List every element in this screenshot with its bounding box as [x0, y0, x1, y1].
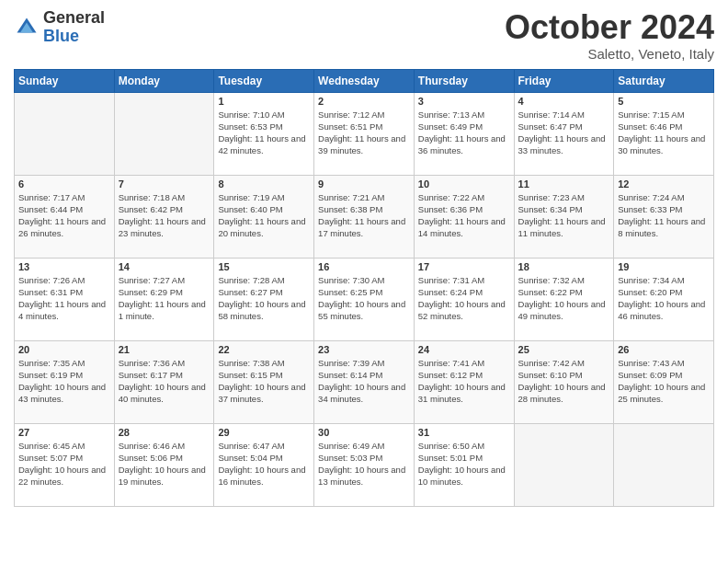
- cell-info: Sunrise: 7:43 AMSunset: 6:09 PMDaylight:…: [618, 357, 710, 406]
- cell-info: Sunrise: 7:31 AMSunset: 6:24 PMDaylight:…: [418, 274, 510, 323]
- cell-info: Sunrise: 7:26 AMSunset: 6:31 PMDaylight:…: [18, 274, 110, 323]
- cell-day-number: 4: [518, 96, 610, 107]
- calendar-cell: [514, 423, 614, 506]
- cell-day-number: 2: [318, 96, 410, 107]
- calendar-cell: 27Sunrise: 6:45 AMSunset: 5:07 PMDayligh…: [15, 423, 115, 506]
- logo-general-text: General: [43, 9, 105, 28]
- calendar-cell: 20Sunrise: 7:35 AMSunset: 6:19 PMDayligh…: [15, 340, 115, 423]
- cell-info: Sunrise: 7:35 AMSunset: 6:19 PMDaylight:…: [18, 357, 110, 406]
- calendar-week-row: 27Sunrise: 6:45 AMSunset: 5:07 PMDayligh…: [15, 423, 714, 506]
- day-header-monday: Monday: [114, 69, 214, 92]
- page: General Blue October 2024 Saletto, Venet…: [0, 0, 728, 516]
- day-header-saturday: Saturday: [614, 69, 714, 92]
- cell-info: Sunrise: 7:30 AMSunset: 6:25 PMDaylight:…: [318, 274, 410, 323]
- cell-day-number: 31: [418, 427, 510, 438]
- cell-info: Sunrise: 7:10 AMSunset: 6:53 PMDaylight:…: [218, 109, 310, 157]
- calendar-cell: 31Sunrise: 6:50 AMSunset: 5:01 PMDayligh…: [414, 423, 514, 506]
- day-header-tuesday: Tuesday: [214, 69, 314, 92]
- calendar-cell: 5Sunrise: 7:15 AMSunset: 6:46 PMDaylight…: [614, 92, 714, 175]
- cell-day-number: 7: [119, 178, 210, 190]
- cell-info: Sunrise: 7:14 AMSunset: 6:47 PMDaylight:…: [518, 109, 610, 157]
- calendar-cell: 24Sunrise: 7:41 AMSunset: 6:12 PMDayligh…: [414, 340, 514, 423]
- calendar-week-row: 20Sunrise: 7:35 AMSunset: 6:19 PMDayligh…: [15, 340, 714, 423]
- cell-day-number: 26: [618, 344, 710, 355]
- cell-day-number: 30: [318, 427, 410, 438]
- calendar-cell: 1Sunrise: 7:10 AMSunset: 6:53 PMDaylight…: [214, 92, 314, 175]
- cell-day-number: 23: [318, 344, 410, 355]
- title-block: October 2024 Saletto, Veneto, Italy: [505, 9, 714, 62]
- cell-day-number: 20: [18, 344, 110, 355]
- calendar-cell: 29Sunrise: 6:47 AMSunset: 5:04 PMDayligh…: [214, 423, 314, 506]
- calendar-cell: 17Sunrise: 7:31 AMSunset: 6:24 PMDayligh…: [414, 258, 514, 340]
- cell-info: Sunrise: 7:27 AMSunset: 6:29 PMDaylight:…: [119, 274, 210, 323]
- calendar-cell: 9Sunrise: 7:21 AMSunset: 6:38 PMDaylight…: [314, 175, 415, 258]
- cell-info: Sunrise: 7:22 AMSunset: 6:36 PMDaylight:…: [418, 191, 510, 240]
- cell-info: Sunrise: 7:15 AMSunset: 6:46 PMDaylight:…: [618, 109, 710, 157]
- cell-info: Sunrise: 6:50 AMSunset: 5:01 PMDaylight:…: [418, 440, 510, 488]
- cell-info: Sunrise: 6:46 AMSunset: 5:06 PMDaylight:…: [119, 440, 210, 488]
- calendar-cell: 16Sunrise: 7:30 AMSunset: 6:25 PMDayligh…: [314, 258, 415, 340]
- logo-text: General Blue: [43, 9, 105, 46]
- calendar-week-row: 1Sunrise: 7:10 AMSunset: 6:53 PMDaylight…: [15, 92, 714, 175]
- cell-info: Sunrise: 7:39 AMSunset: 6:14 PMDaylight:…: [318, 357, 410, 406]
- calendar-cell: 13Sunrise: 7:26 AMSunset: 6:31 PMDayligh…: [15, 258, 115, 340]
- calendar-cell: 8Sunrise: 7:19 AMSunset: 6:40 PMDaylight…: [214, 175, 314, 258]
- cell-info: Sunrise: 7:42 AMSunset: 6:10 PMDaylight:…: [518, 357, 610, 406]
- calendar-cell: 2Sunrise: 7:12 AMSunset: 6:51 PMDaylight…: [314, 92, 415, 175]
- calendar-cell: 12Sunrise: 7:24 AMSunset: 6:33 PMDayligh…: [614, 175, 714, 258]
- calendar-cell: 10Sunrise: 7:22 AMSunset: 6:36 PMDayligh…: [414, 175, 514, 258]
- cell-info: Sunrise: 7:18 AMSunset: 6:42 PMDaylight:…: [119, 191, 210, 240]
- cell-info: Sunrise: 7:24 AMSunset: 6:33 PMDaylight:…: [618, 191, 710, 240]
- calendar-header-row: SundayMondayTuesdayWednesdayThursdayFrid…: [15, 69, 714, 92]
- calendar-cell: [614, 423, 714, 506]
- cell-day-number: 27: [18, 427, 110, 438]
- cell-info: Sunrise: 7:34 AMSunset: 6:20 PMDaylight:…: [618, 274, 710, 323]
- cell-info: Sunrise: 7:36 AMSunset: 6:17 PMDaylight:…: [119, 357, 210, 406]
- calendar-cell: 4Sunrise: 7:14 AMSunset: 6:47 PMDaylight…: [514, 92, 614, 175]
- cell-day-number: 5: [618, 96, 710, 107]
- day-header-sunday: Sunday: [15, 69, 115, 92]
- logo-icon: [14, 15, 40, 40]
- calendar-table: SundayMondayTuesdayWednesdayThursdayFrid…: [14, 69, 714, 507]
- cell-info: Sunrise: 7:23 AMSunset: 6:34 PMDaylight:…: [518, 191, 610, 240]
- cell-info: Sunrise: 6:45 AMSunset: 5:07 PMDaylight:…: [18, 440, 110, 488]
- cell-day-number: 11: [518, 178, 610, 190]
- calendar-cell: 23Sunrise: 7:39 AMSunset: 6:14 PMDayligh…: [314, 340, 415, 423]
- calendar-cell: 14Sunrise: 7:27 AMSunset: 6:29 PMDayligh…: [114, 258, 214, 340]
- calendar-cell: 28Sunrise: 6:46 AMSunset: 5:06 PMDayligh…: [114, 423, 214, 506]
- cell-day-number: 1: [218, 96, 310, 107]
- logo: General Blue: [14, 9, 105, 46]
- day-header-friday: Friday: [514, 69, 614, 92]
- cell-day-number: 6: [18, 178, 110, 190]
- cell-info: Sunrise: 7:13 AMSunset: 6:49 PMDaylight:…: [418, 109, 510, 157]
- cell-day-number: 16: [318, 261, 410, 272]
- day-header-thursday: Thursday: [414, 69, 514, 92]
- calendar-cell: 21Sunrise: 7:36 AMSunset: 6:17 PMDayligh…: [114, 340, 214, 423]
- title-month: October 2024: [505, 9, 714, 46]
- cell-day-number: 19: [618, 261, 710, 272]
- day-header-wednesday: Wednesday: [314, 69, 415, 92]
- cell-day-number: 8: [218, 178, 310, 190]
- cell-day-number: 3: [418, 96, 510, 107]
- title-location: Saletto, Veneto, Italy: [505, 46, 714, 62]
- calendar-cell: 30Sunrise: 6:49 AMSunset: 5:03 PMDayligh…: [314, 423, 415, 506]
- cell-info: Sunrise: 7:41 AMSunset: 6:12 PMDaylight:…: [418, 357, 510, 406]
- calendar-cell: [15, 92, 115, 175]
- cell-day-number: 22: [218, 344, 310, 355]
- calendar-cell: 3Sunrise: 7:13 AMSunset: 6:49 PMDaylight…: [414, 92, 514, 175]
- header: General Blue October 2024 Saletto, Venet…: [14, 9, 714, 62]
- cell-info: Sunrise: 7:17 AMSunset: 6:44 PMDaylight:…: [18, 191, 110, 240]
- cell-day-number: 15: [218, 261, 310, 272]
- calendar-cell: 6Sunrise: 7:17 AMSunset: 6:44 PMDaylight…: [15, 175, 115, 258]
- cell-info: Sunrise: 7:12 AMSunset: 6:51 PMDaylight:…: [318, 109, 410, 157]
- cell-day-number: 10: [418, 178, 510, 190]
- calendar-week-row: 6Sunrise: 7:17 AMSunset: 6:44 PMDaylight…: [15, 175, 714, 258]
- cell-day-number: 21: [119, 344, 210, 355]
- cell-day-number: 17: [418, 261, 510, 272]
- cell-day-number: 24: [418, 344, 510, 355]
- cell-day-number: 14: [119, 261, 210, 272]
- cell-day-number: 18: [518, 261, 610, 272]
- calendar-cell: 22Sunrise: 7:38 AMSunset: 6:15 PMDayligh…: [214, 340, 314, 423]
- cell-info: Sunrise: 7:32 AMSunset: 6:22 PMDaylight:…: [518, 274, 610, 323]
- cell-info: Sunrise: 7:28 AMSunset: 6:27 PMDaylight:…: [218, 274, 310, 323]
